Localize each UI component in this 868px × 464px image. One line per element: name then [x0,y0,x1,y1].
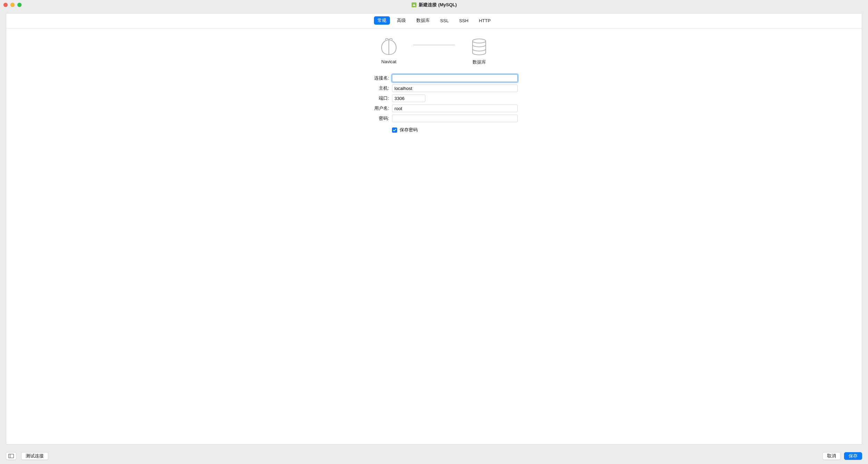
connection-name-input[interactable] [392,74,518,82]
titlebar: 新建连接 (MySQL) [0,0,868,10]
save-password-checkbox[interactable] [392,127,397,133]
navicat-icon [380,38,398,56]
port-label: 端口: [350,95,392,101]
tab-general[interactable]: 常规 [374,16,390,25]
tab-bar: 常规 高级 数据库 SSL SSH HTTP [6,14,862,28]
close-window-button[interactable] [3,3,8,7]
tab-database[interactable]: 数据库 [413,16,433,25]
diagram-connector [413,38,455,56]
username-label: 用户名: [350,105,392,111]
tab-ssh[interactable]: SSH [456,17,472,24]
minimize-window-button[interactable] [10,3,15,7]
port-input[interactable] [392,94,425,102]
connection-form: 连接名: 主机: 端口: 用户名: 密码: 保存密码 [6,74,862,133]
checkmark-icon [393,128,397,132]
password-input[interactable] [392,115,518,122]
cancel-button[interactable]: 取消 [823,452,841,460]
window-title-container: 新建连接 (MySQL) [411,2,457,8]
diagram-client-label: Navicat [381,59,396,64]
tab-advanced[interactable]: 高级 [393,16,409,25]
save-button[interactable]: 保存 [844,452,862,460]
svg-rect-2 [9,454,14,458]
save-password-label: 保存密码 [400,127,418,133]
host-label: 主机: [350,85,392,91]
connection-diagram: Navicat 数据库 [6,38,862,65]
svg-point-1 [473,39,486,43]
tab-ssl[interactable]: SSL [437,17,452,24]
tab-http[interactable]: HTTP [475,17,494,24]
footer: 测试连接 取消 保存 [6,452,862,460]
diagram-server-label: 数据库 [473,59,486,65]
diagram-server: 数据库 [455,38,503,65]
navicat-app-icon [411,2,417,8]
sidebar-icon [8,454,14,458]
diagram-client: Navicat [365,38,413,64]
host-input[interactable] [392,84,518,92]
maximize-window-button[interactable] [17,3,22,7]
test-connection-button[interactable]: 测试连接 [21,452,48,460]
database-icon [471,38,487,56]
main-panel: 常规 高级 数据库 SSL SSH HTTP Navicat [6,13,862,445]
username-input[interactable] [392,105,518,112]
window-title: 新建连接 (MySQL) [419,2,457,8]
traffic-lights [3,3,22,7]
connection-name-label: 连接名: [350,75,392,81]
toggle-sidebar-button[interactable] [6,452,16,460]
password-label: 密码: [350,115,392,122]
